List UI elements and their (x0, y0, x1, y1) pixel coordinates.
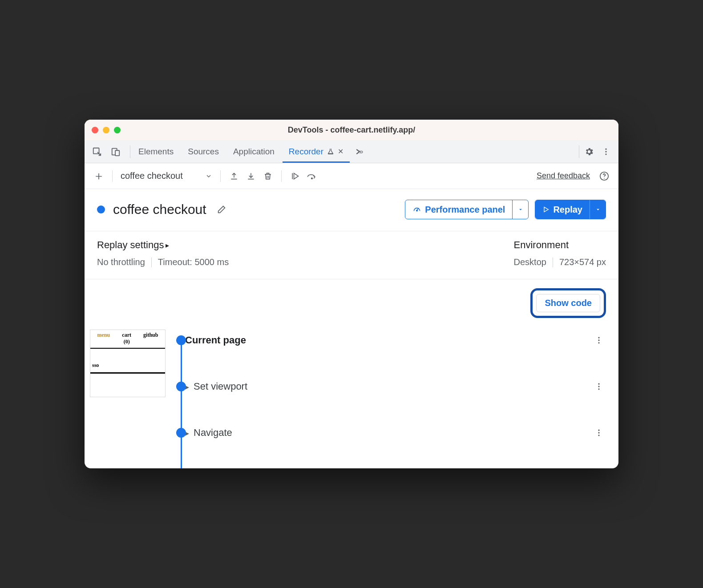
recording-title: coffee checkout (113, 202, 206, 217)
close-tab-icon[interactable]: ✕ (338, 147, 343, 156)
chevron-down-icon (205, 173, 212, 180)
maximize-window-icon[interactable] (114, 127, 121, 133)
help-icon[interactable] (597, 169, 611, 183)
settings-row: Replay settings ▸ No throttling Timeout:… (85, 231, 618, 279)
status-dot-icon (97, 205, 105, 213)
replay-label: Replay (553, 205, 582, 215)
divider (281, 170, 282, 182)
steps-area: menu cart (0) github sso Current page (85, 322, 618, 468)
minimize-window-icon[interactable] (103, 127, 109, 133)
new-recording-icon[interactable]: ＋ (92, 169, 106, 183)
divider (553, 258, 553, 267)
svg-point-16 (598, 430, 599, 431)
more-tabs-icon[interactable]: » (352, 145, 366, 159)
svg-point-10 (598, 337, 599, 338)
continue-icon[interactable] (288, 169, 302, 183)
svg-point-17 (598, 432, 599, 433)
divider (112, 170, 113, 182)
timeout-value: Timeout: 5000 ms (158, 257, 229, 267)
recorder-toolbar: ＋ coffee checkout (85, 163, 618, 189)
performance-panel-button[interactable]: Performance panel (405, 200, 529, 219)
divider (130, 145, 130, 158)
svg-point-5 (605, 153, 606, 155)
environment-settings: Environment Desktop 723×574 px (514, 239, 606, 267)
recording-header: coffee checkout Performance panel (85, 189, 618, 231)
step-label: Set viewport (194, 381, 247, 392)
import-icon[interactable] (244, 169, 258, 183)
tab-elements[interactable]: Elements (132, 140, 180, 163)
timeline-node-icon (176, 382, 186, 391)
thumb-menu-label: menu (97, 332, 110, 345)
replay-button[interactable]: Replay (535, 200, 606, 219)
timeline: Current page Set viewport (172, 330, 606, 468)
kebab-menu-icon[interactable] (599, 145, 613, 159)
step-current-page[interactable]: Current page (185, 330, 606, 351)
step-menu-icon[interactable] (592, 382, 606, 391)
show-code-row: Show code (85, 279, 618, 322)
divider (151, 258, 152, 267)
flask-icon (327, 148, 334, 155)
tabbar: Elements Sources Application Recorder ✕ … (85, 140, 618, 163)
thumb-github-label: github (143, 332, 158, 345)
close-window-icon[interactable] (92, 127, 98, 133)
step-set-viewport[interactable]: Set viewport (185, 376, 606, 397)
replay-dropdown[interactable] (590, 200, 606, 219)
svg-point-13 (598, 383, 599, 385)
svg-point-18 (598, 435, 599, 436)
send-feedback-link[interactable]: Send feedback (537, 171, 590, 181)
tab-sources[interactable]: Sources (182, 140, 225, 163)
tab-label: Sources (188, 147, 219, 157)
show-code-highlight: Show code (530, 288, 606, 318)
tab-label: Application (233, 147, 275, 157)
svg-point-9 (416, 210, 418, 211)
throttling-value: No throttling (97, 257, 145, 267)
step-navigate[interactable]: Navigate (185, 422, 606, 443)
window-title: DevTools - coffee-cart.netlify.app/ (85, 125, 618, 135)
timeline-node-icon (176, 335, 186, 345)
svg-rect-2 (115, 150, 119, 156)
recording-select[interactable]: coffee checkout (119, 171, 214, 181)
recording-select-label: coffee checkout (121, 171, 183, 181)
replay-settings[interactable]: Replay settings ▸ No throttling Timeout:… (97, 239, 229, 267)
environment-heading: Environment (514, 239, 569, 251)
gauge-icon (412, 205, 421, 214)
tab-application[interactable]: Application (227, 140, 281, 163)
tab-label: Recorder (289, 147, 323, 157)
traffic-lights (92, 127, 121, 133)
thumb-cart-count: (0) (122, 338, 131, 345)
tab-recorder[interactable]: Recorder ✕ (283, 140, 350, 163)
settings-gear-icon[interactable] (582, 145, 596, 159)
show-code-button[interactable]: Show code (536, 294, 600, 312)
timeline-line (181, 336, 182, 468)
thumb-cart-label: cart (122, 332, 131, 338)
svg-point-4 (605, 151, 606, 152)
replay-settings-heading: Replay settings (97, 239, 164, 251)
step-menu-icon[interactable] (592, 336, 606, 345)
step-label: Current page (185, 334, 246, 346)
performance-panel-dropdown[interactable] (512, 200, 528, 219)
environment-device: Desktop (514, 257, 546, 267)
svg-point-14 (598, 386, 599, 387)
devtools-window: DevTools - coffee-cart.netlify.app/ Elem… (85, 120, 618, 468)
performance-panel-label: Performance panel (425, 205, 505, 215)
titlebar: DevTools - coffee-cart.netlify.app/ (85, 120, 618, 140)
step-over-icon[interactable] (305, 169, 319, 183)
delete-icon[interactable] (261, 169, 275, 183)
inspect-element-icon[interactable] (90, 145, 104, 159)
divider (220, 170, 221, 182)
svg-point-12 (598, 342, 599, 343)
export-icon[interactable] (227, 169, 241, 183)
play-icon (542, 206, 549, 213)
tab-label: Elements (138, 147, 174, 157)
step-menu-icon[interactable] (592, 428, 606, 437)
edit-title-icon[interactable] (214, 202, 229, 217)
timeline-node-icon (176, 428, 186, 438)
svg-point-6 (311, 177, 312, 179)
svg-point-8 (604, 177, 605, 178)
svg-point-11 (598, 339, 599, 341)
svg-point-3 (605, 148, 606, 149)
thumb-mid-text: sso (90, 349, 165, 372)
svg-point-15 (598, 388, 599, 390)
device-toolbar-icon[interactable] (109, 145, 123, 159)
step-label: Navigate (194, 427, 232, 439)
